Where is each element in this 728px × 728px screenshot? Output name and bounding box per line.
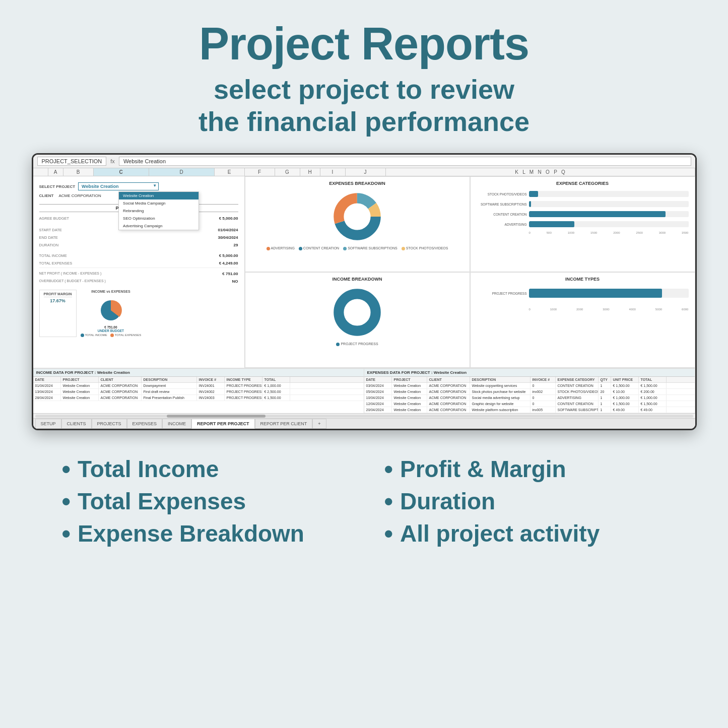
data-tables: INCOME DATA FOR PROJECT : Website Creati… [33, 368, 695, 413]
horizontal-scrollbar[interactable] [33, 413, 695, 418]
income-breakdown-chart: INCOME BREAKDOWN PROJECT PROGRESS [245, 272, 470, 368]
total-expenses-label: TOTAL EXPENSES [39, 261, 73, 266]
feature-profit-margin: • Profit & Margin [384, 455, 667, 483]
duration-label: DURATION [39, 243, 59, 247]
bar-fill-software [529, 201, 531, 207]
client-label: CLIENT [39, 193, 54, 198]
income-vs-expenses-box: INCOME vs EXPENSES € 751.00 UNDER BUDGET… [81, 290, 142, 337]
bar-track-advertising [529, 221, 689, 227]
feature-label-1: Total Income [78, 455, 219, 483]
bar-label-advertising: ADVERTISING [477, 223, 527, 226]
col-income-type: INCOME TYPE [225, 377, 262, 382]
page-title: Project Reports [198, 20, 530, 68]
tab-expenses[interactable]: EXPENSES [127, 419, 163, 429]
exp-col-unit: UNIT PRICE [611, 377, 639, 382]
income-bar-fill-progress [529, 289, 662, 298]
tab-add-sheet[interactable]: + [312, 419, 326, 429]
scroll-thumb[interactable] [167, 415, 266, 418]
bar-label-content: CONTENT CREATION [477, 213, 527, 216]
feature-label-3: Total Expenses [78, 488, 246, 515]
select-project-row: SELECT PROJECT Website Creation ▼ Websit… [39, 182, 238, 190]
exp-row-1: 03/04/2024 Website Creation ACME CORPORA… [364, 383, 695, 389]
expenses-breakdown-legend: ADVERTISING CONTENT CREATION SOFTWARE SU… [267, 246, 448, 250]
dropdown-option-social[interactable]: Social Media Campaign [119, 200, 198, 207]
income-types-bars: PROJECT PROGRESS 0 1000 2000 3000 4000 5… [475, 285, 691, 315]
expenses-breakdown-chart: EXPENSES BREAKDOWN ADVERTISING CONTENT C… [245, 176, 470, 272]
svg-point-7 [346, 301, 369, 324]
expenses-table-header: EXPENSES DATA FOR PROJECT : Website Crea… [364, 369, 695, 377]
duration-row: DURATION 29 [39, 242, 238, 248]
overbudget-row: OVERBUDGET ( BUDGET - EXPENSES ) NO [39, 278, 238, 285]
budget-label: AGREE BUDGET [39, 216, 70, 221]
exp-row-3: 10/04/2024 Website Creation ACME CORPORA… [364, 395, 695, 401]
exp-col-total: TOTAL [639, 377, 667, 382]
name-box[interactable]: PROJECT_SELECTION [37, 157, 107, 166]
income-vs-exp-legend: TOTAL INCOME TOTAL EXPENSES [81, 334, 142, 337]
col-i: I [320, 168, 346, 176]
tab-report-per-client[interactable]: REPORT PER CLIENT [255, 419, 313, 429]
income-bar-row-progress: PROJECT PROGRESS [477, 289, 689, 298]
income-types-title: INCOME TYPES [565, 277, 600, 282]
software-subscriptions-dot [343, 247, 347, 250]
dropdown-option-rebranding[interactable]: Rebranding [119, 207, 198, 215]
end-date-label: END DATE [39, 235, 58, 240]
bar-label-stock: STOCK PHOTOS/VIDEOS [477, 192, 527, 196]
col-c: C [94, 168, 149, 176]
exp-col-project: PROJECT [392, 377, 427, 382]
net-profit-value: € 751.00 [222, 272, 238, 276]
income-col-headers: DATE PROJECT CLIENT DESCRIPTION INVOICE … [33, 377, 364, 383]
bar-track-stock [529, 191, 689, 197]
dropdown-option-website[interactable]: Website Creation [119, 192, 198, 200]
income-data-table: INCOME DATA FOR PROJECT : Website Creati… [33, 369, 364, 413]
feature-total-expenses: • Total Expenses [62, 488, 344, 515]
expense-categories-chart: EXPENSE CATEGORIES STOCK PHOTOS/VIDEOS S… [470, 176, 695, 272]
exp-row-2: 05/04/2024 Website Creation ACME CORPORA… [364, 389, 695, 395]
tab-projects[interactable]: PROJECTS [92, 419, 127, 429]
bar-track-software [529, 201, 689, 207]
exp-col-desc: DESCRIPTION [470, 377, 531, 382]
feature-total-income: • Total Income [62, 455, 344, 483]
feature-label-4: Duration [400, 488, 495, 515]
expenses-col-headers: DATE PROJECT CLIENT DESCRIPTION INVOICE … [364, 377, 695, 383]
expense-categories-bars: STOCK PHOTOS/VIDEOS SOFTWARE SUBSCRIPTIO… [475, 189, 691, 236]
tab-income[interactable]: INCOME [162, 419, 191, 429]
income-value: € 751.00 [104, 325, 117, 329]
formula-input[interactable]: Website Creation [119, 157, 691, 166]
header-section: Project Reports select project to review… [198, 20, 530, 138]
under-budget-status: UNDER BUDGET [98, 329, 124, 333]
advertising-dot [267, 247, 270, 250]
income-bar-track-progress [529, 289, 689, 298]
tab-clients[interactable]: CLIENTS [61, 419, 92, 429]
profit-margin-value: 17.67% [44, 298, 72, 303]
bar-fill-stock [529, 191, 538, 197]
income-row-3: 28/04/2024 Website Creation ACME CORPORA… [33, 395, 364, 401]
col-b: B [63, 168, 94, 176]
income-breakdown-svg [329, 285, 385, 340]
bullet-1: • [62, 456, 71, 482]
project-progress-dot [336, 343, 340, 346]
col-project: PROJECT [61, 377, 99, 382]
dropdown-option-seo[interactable]: SEO Optimization [119, 215, 198, 222]
dropdown-option-advertising[interactable]: Advertising Campaign [119, 222, 198, 230]
tab-setup[interactable]: SETUP [35, 419, 61, 429]
expenses-breakdown-title: EXPENSES BREAKDOWN [329, 181, 385, 186]
content-creation-dot [299, 247, 302, 250]
col-client: CLIENT [99, 377, 142, 382]
bullet-2: • [384, 456, 393, 482]
expenses-data-table: EXPENSES DATA FOR PROJECT : Website Crea… [364, 369, 695, 413]
income-breakdown-title: INCOME BREAKDOWN [333, 277, 382, 282]
tab-report-per-project[interactable]: REPORT PER PROJECT [191, 419, 255, 429]
profit-margin-title: PROFIT MARGIN [44, 292, 72, 297]
bar-row-advertising: ADVERTISING [477, 221, 689, 227]
bullet-6: • [384, 521, 393, 546]
feature-expense-breakdown: • Expense Breakdown [62, 520, 344, 547]
overbudget-label: OVERBUDGET ( BUDGET - EXPENSES ) [39, 279, 106, 284]
svg-point-5 [346, 205, 369, 228]
scroll-track[interactable] [35, 415, 693, 418]
exp-col-category: EXPENSE CATEGORY [556, 377, 599, 382]
col-total: TOTAL [262, 377, 290, 382]
exp-row-4: 12/04/2024 Website Creation ACME CORPORA… [364, 401, 695, 407]
income-types-chart: INCOME TYPES PROJECT PROGRESS 0 1000 200… [470, 272, 695, 368]
total-expenses-row: TOTAL EXPENSES € 4,249.00 [39, 260, 238, 267]
project-dropdown[interactable]: Website Creation [78, 182, 159, 190]
